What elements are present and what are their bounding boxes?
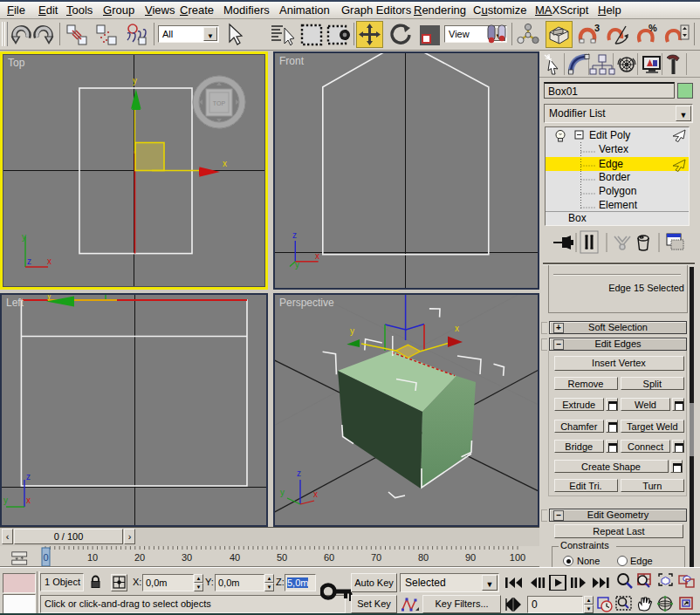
svg-text:y: y [133,76,137,85]
svg-text:Edge: Edge [599,158,623,170]
svg-text:x: x [223,159,227,168]
svg-text:Box: Box [568,212,587,224]
svg-text:y: y [3,495,8,505]
svg-text:40: 40 [230,552,240,563]
svg-text:Border: Border [599,171,630,183]
svg-text:x: x [26,495,31,505]
svg-text:z: z [292,230,297,240]
svg-text:50: 50 [277,552,287,563]
svg-text:Front: Front [279,55,305,67]
svg-text:Polygon: Polygon [599,185,636,197]
svg-text:%: % [649,23,657,33]
svg-text:3: 3 [594,23,600,33]
svg-text:Vertex: Vertex [599,143,628,155]
svg-text:Element: Element [599,199,638,211]
svg-text:y: y [47,295,51,300]
svg-text:Left: Left [6,297,24,309]
svg-text:x: x [313,489,318,499]
svg-text:Perspective: Perspective [279,297,334,309]
svg-text:x: x [315,251,319,261]
svg-text:y: y [295,260,299,270]
svg-text:x: x [47,256,51,266]
svg-text:Edit Poly: Edit Poly [589,129,630,141]
svg-text:y: y [350,326,354,336]
svg-text:30: 30 [182,552,192,563]
svg-text:z: z [26,472,31,482]
svg-text:70: 70 [371,552,381,563]
svg-text:TOP: TOP [213,100,226,106]
svg-text:y: y [22,232,26,242]
svg-text:y: y [280,488,285,497]
svg-text:60: 60 [324,552,334,563]
svg-text:0: 0 [43,552,48,563]
svg-text:100: 100 [510,552,525,563]
svg-text:10: 10 [87,552,98,563]
svg-text:z: z [297,468,301,478]
svg-text:z: z [27,256,31,266]
svg-text:x: x [455,324,459,333]
svg-text:80: 80 [418,552,429,563]
svg-text:90: 90 [465,552,476,563]
svg-text:Top: Top [8,57,25,69]
svg-text:20: 20 [134,552,145,563]
